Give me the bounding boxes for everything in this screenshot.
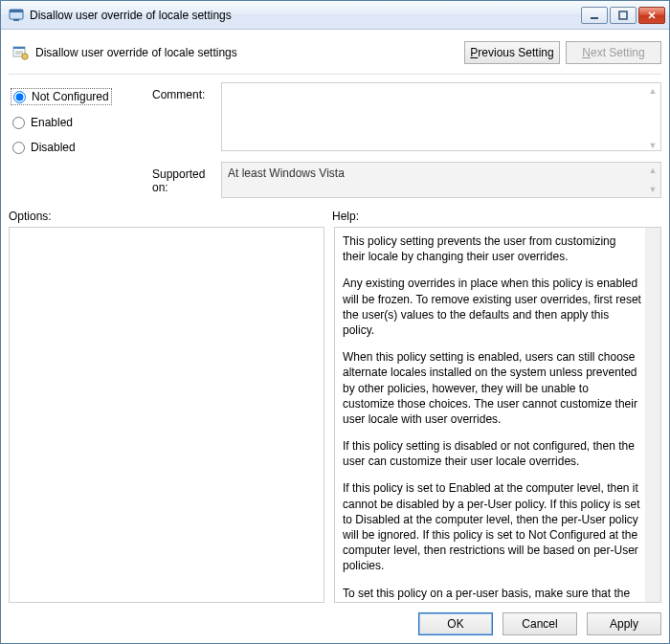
svg-rect-1 [10, 10, 23, 12]
help-label: Help: [332, 210, 359, 223]
minimize-button[interactable] [581, 7, 608, 24]
scroll-down-icon: ▼ [645, 182, 660, 197]
gpo-editor-window: Disallow user override of locale setting… [0, 0, 670, 644]
svg-rect-2 [13, 19, 19, 21]
svg-rect-4 [619, 11, 627, 19]
radio-not-configured-label: Not Configured [32, 90, 109, 103]
supported-scrollbar: ▲ ▼ [645, 163, 660, 197]
header-row: Disallow user override of locale setting… [9, 33, 661, 72]
radio-disabled-label: Disabled [31, 141, 76, 154]
maximize-button[interactable] [610, 7, 636, 24]
help-p1: This policy setting prevents the user fr… [343, 233, 641, 264]
radio-disabled[interactable]: Disabled [11, 140, 78, 155]
apply-button[interactable]: Apply [587, 612, 661, 635]
policy-title: Disallow user override of locale setting… [35, 46, 458, 59]
separator [9, 74, 661, 75]
dialog-buttons: OK Cancel Apply [9, 612, 661, 635]
cancel-button[interactable]: Cancel [502, 612, 577, 635]
svg-point-7 [22, 54, 28, 59]
close-button[interactable] [638, 7, 665, 24]
radio-not-configured-input[interactable] [13, 91, 26, 103]
help-p6: To set this policy on a per-user basis, … [343, 586, 641, 602]
next-setting-button[interactable]: Next Setting [566, 41, 661, 64]
policy-icon [11, 43, 30, 62]
ok-button[interactable]: OK [418, 612, 493, 635]
client-area: Disallow user override of locale setting… [1, 30, 669, 643]
comment-wrap: ▲ ▼ [221, 82, 661, 154]
svg-rect-3 [591, 17, 598, 19]
supported-on-wrap: At least Windows Vista ▲ ▼ [221, 162, 661, 198]
settings-grid: Not Configured Enabled Disabled Comment:… [9, 82, 661, 198]
scroll-up-icon: ▲ [645, 83, 660, 99]
titlebar[interactable]: Disallow user override of locale setting… [1, 1, 669, 30]
scroll-up-icon: ▲ [645, 163, 660, 178]
help-p3: When this policy setting is enabled, use… [343, 349, 641, 427]
scroll-down-icon: ▼ [645, 138, 660, 153]
help-scrollbar[interactable] [645, 228, 660, 602]
state-radio-group: Not Configured Enabled Disabled [9, 82, 152, 198]
window-title: Disallow user override of locale setting… [30, 9, 581, 22]
app-icon [9, 8, 24, 23]
radio-enabled[interactable]: Enabled [11, 115, 75, 130]
help-pane: This policy setting prevents the user fr… [334, 227, 661, 603]
comment-textarea[interactable] [221, 82, 661, 151]
radio-enabled-label: Enabled [31, 116, 73, 129]
help-p2: Any existing overrides in place when thi… [343, 276, 641, 338]
radio-disabled-input[interactable] [12, 142, 25, 154]
window-buttons [581, 7, 665, 24]
radio-not-configured[interactable]: Not Configured [11, 88, 112, 105]
supported-on-value: At least Windows Vista [221, 162, 661, 198]
radio-enabled-input[interactable] [12, 117, 25, 129]
comment-scrollbar: ▲ ▼ [645, 83, 660, 153]
options-pane[interactable] [9, 227, 324, 603]
comment-label: Comment: [152, 82, 221, 154]
help-p4: If this policy setting is disabled or no… [343, 438, 641, 469]
pane-labels: Options: Help: [9, 210, 661, 223]
help-text[interactable]: This policy setting prevents the user fr… [335, 228, 660, 602]
previous-setting-button[interactable]: Previous Setting [464, 41, 560, 64]
svg-rect-6 [13, 47, 25, 49]
options-label: Options: [9, 210, 332, 223]
help-p5: If this policy is set to Enabled at the … [343, 480, 641, 573]
supported-on-label: Supported on: [152, 162, 221, 198]
panes: This policy setting prevents the user fr… [9, 227, 661, 603]
